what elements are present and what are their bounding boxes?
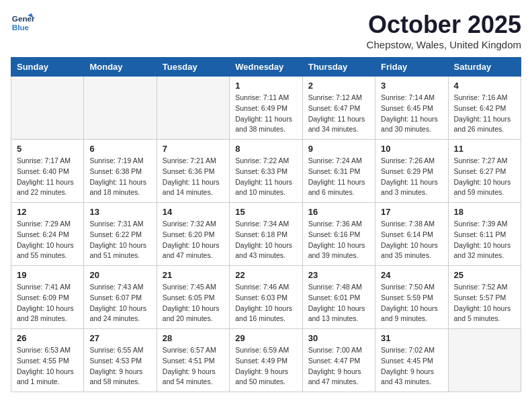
day-number: 21 [163, 270, 224, 280]
day-info: Sunrise: 7:52 AMSunset: 5:57 PMDaylight:… [454, 282, 515, 324]
day-number: 16 [308, 207, 369, 217]
table-row: 20Sunrise: 7:43 AMSunset: 6:07 PMDayligh… [84, 266, 157, 329]
day-number: 30 [308, 333, 369, 343]
day-info: Sunrise: 6:57 AMSunset: 4:51 PMDaylight:… [163, 345, 224, 387]
day-info: Sunrise: 7:43 AMSunset: 6:07 PMDaylight:… [89, 282, 150, 324]
day-number: 26 [17, 333, 78, 343]
day-number: 18 [454, 207, 515, 217]
day-info: Sunrise: 7:39 AMSunset: 6:11 PMDaylight:… [454, 219, 515, 261]
day-info: Sunrise: 7:24 AMSunset: 6:31 PMDaylight:… [308, 156, 369, 198]
day-info: Sunrise: 7:11 AMSunset: 6:49 PMDaylight:… [235, 93, 296, 135]
day-number: 22 [235, 270, 296, 280]
day-number: 28 [163, 333, 224, 343]
day-info: Sunrise: 7:17 AMSunset: 6:40 PMDaylight:… [17, 156, 78, 198]
table-row: 17Sunrise: 7:38 AMSunset: 6:14 PMDayligh… [375, 203, 448, 266]
day-info: Sunrise: 7:34 AMSunset: 6:18 PMDaylight:… [235, 219, 296, 261]
day-info: Sunrise: 7:16 AMSunset: 6:42 PMDaylight:… [454, 93, 515, 135]
logo: General Blue [11, 11, 35, 35]
header-thursday: Thursday [302, 58, 375, 77]
svg-text:Blue: Blue [12, 23, 30, 32]
table-row: 19Sunrise: 7:41 AMSunset: 6:09 PMDayligh… [11, 266, 84, 329]
calendar-table: Sunday Monday Tuesday Wednesday Thursday… [11, 57, 521, 392]
month-title: October 2025 [367, 11, 521, 39]
page-header: General Blue October 2025 Chepstow, Wale… [11, 11, 521, 50]
table-row: 12Sunrise: 7:29 AMSunset: 6:24 PMDayligh… [11, 203, 84, 266]
table-row [157, 77, 229, 140]
header-wednesday: Wednesday [230, 58, 302, 77]
day-info: Sunrise: 7:14 AMSunset: 6:45 PMDaylight:… [381, 93, 442, 135]
table-row: 23Sunrise: 7:48 AMSunset: 6:01 PMDayligh… [302, 266, 375, 329]
day-info: Sunrise: 7:27 AMSunset: 6:27 PMDaylight:… [454, 156, 515, 198]
day-number: 7 [163, 144, 224, 154]
day-info: Sunrise: 7:36 AMSunset: 6:16 PMDaylight:… [308, 219, 369, 261]
table-row: 24Sunrise: 7:50 AMSunset: 5:59 PMDayligh… [375, 266, 448, 329]
table-row: 14Sunrise: 7:32 AMSunset: 6:20 PMDayligh… [157, 203, 229, 266]
day-number: 3 [381, 81, 442, 91]
table-row [11, 77, 84, 140]
table-row: 13Sunrise: 7:31 AMSunset: 6:22 PMDayligh… [84, 203, 157, 266]
day-info: Sunrise: 6:59 AMSunset: 4:49 PMDaylight:… [235, 345, 296, 387]
table-row: 1Sunrise: 7:11 AMSunset: 6:49 PMDaylight… [230, 77, 302, 140]
location-subtitle: Chepstow, Wales, United Kingdom [367, 39, 521, 50]
day-number: 10 [381, 144, 442, 154]
day-info: Sunrise: 7:38 AMSunset: 6:14 PMDaylight:… [381, 219, 442, 261]
table-row: 26Sunrise: 6:53 AMSunset: 4:55 PMDayligh… [11, 329, 84, 392]
day-number: 27 [89, 333, 150, 343]
day-number: 15 [235, 207, 296, 217]
calendar-week-row: 12Sunrise: 7:29 AMSunset: 6:24 PMDayligh… [11, 203, 521, 266]
day-info: Sunrise: 6:53 AMSunset: 4:55 PMDaylight:… [17, 345, 78, 387]
day-number: 6 [89, 144, 150, 154]
day-info: Sunrise: 7:21 AMSunset: 6:36 PMDaylight:… [163, 156, 224, 198]
table-row: 28Sunrise: 6:57 AMSunset: 4:51 PMDayligh… [157, 329, 229, 392]
table-row: 25Sunrise: 7:52 AMSunset: 5:57 PMDayligh… [448, 266, 521, 329]
day-number: 24 [381, 270, 442, 280]
day-number: 4 [454, 81, 515, 91]
table-row: 8Sunrise: 7:22 AMSunset: 6:33 PMDaylight… [230, 140, 302, 203]
table-row: 10Sunrise: 7:26 AMSunset: 6:29 PMDayligh… [375, 140, 448, 203]
day-number: 29 [235, 333, 296, 343]
table-row: 7Sunrise: 7:21 AMSunset: 6:36 PMDaylight… [157, 140, 229, 203]
table-row: 5Sunrise: 7:17 AMSunset: 6:40 PMDaylight… [11, 140, 84, 203]
table-row: 31Sunrise: 7:02 AMSunset: 4:45 PMDayligh… [375, 329, 448, 392]
table-row: 11Sunrise: 7:27 AMSunset: 6:27 PMDayligh… [448, 140, 521, 203]
logo-icon: General Blue [11, 11, 35, 35]
day-info: Sunrise: 7:48 AMSunset: 6:01 PMDaylight:… [308, 282, 369, 324]
calendar-week-row: 26Sunrise: 6:53 AMSunset: 4:55 PMDayligh… [11, 329, 521, 392]
table-row: 16Sunrise: 7:36 AMSunset: 6:16 PMDayligh… [302, 203, 375, 266]
table-row: 2Sunrise: 7:12 AMSunset: 6:47 PMDaylight… [302, 77, 375, 140]
day-number: 23 [308, 270, 369, 280]
day-info: Sunrise: 7:00 AMSunset: 4:47 PMDaylight:… [308, 345, 369, 387]
day-number: 11 [454, 144, 515, 154]
calendar-body: 1Sunrise: 7:11 AMSunset: 6:49 PMDaylight… [11, 77, 521, 392]
day-number: 25 [454, 270, 515, 280]
weekday-header-row: Sunday Monday Tuesday Wednesday Thursday… [11, 58, 521, 77]
day-number: 13 [89, 207, 150, 217]
day-info: Sunrise: 7:46 AMSunset: 6:03 PMDaylight:… [235, 282, 296, 324]
day-number: 19 [17, 270, 78, 280]
header-saturday: Saturday [448, 58, 521, 77]
table-row: 6Sunrise: 7:19 AMSunset: 6:38 PMDaylight… [84, 140, 157, 203]
day-info: Sunrise: 7:41 AMSunset: 6:09 PMDaylight:… [17, 282, 78, 324]
day-number: 12 [17, 207, 78, 217]
table-row: 29Sunrise: 6:59 AMSunset: 4:49 PMDayligh… [230, 329, 302, 392]
day-number: 17 [381, 207, 442, 217]
day-number: 8 [235, 144, 296, 154]
day-info: Sunrise: 7:02 AMSunset: 4:45 PMDaylight:… [381, 345, 442, 387]
calendar-week-row: 1Sunrise: 7:11 AMSunset: 6:49 PMDaylight… [11, 77, 521, 140]
table-row: 3Sunrise: 7:14 AMSunset: 6:45 PMDaylight… [375, 77, 448, 140]
table-row: 18Sunrise: 7:39 AMSunset: 6:11 PMDayligh… [448, 203, 521, 266]
day-info: Sunrise: 7:32 AMSunset: 6:20 PMDaylight:… [163, 219, 224, 261]
day-info: Sunrise: 7:31 AMSunset: 6:22 PMDaylight:… [89, 219, 150, 261]
day-number: 14 [163, 207, 224, 217]
table-row [448, 329, 521, 392]
table-row: 30Sunrise: 7:00 AMSunset: 4:47 PMDayligh… [302, 329, 375, 392]
table-row: 4Sunrise: 7:16 AMSunset: 6:42 PMDaylight… [448, 77, 521, 140]
day-info: Sunrise: 7:29 AMSunset: 6:24 PMDaylight:… [17, 219, 78, 261]
table-row: 15Sunrise: 7:34 AMSunset: 6:18 PMDayligh… [230, 203, 302, 266]
day-number: 5 [17, 144, 78, 154]
day-info: Sunrise: 7:50 AMSunset: 5:59 PMDaylight:… [381, 282, 442, 324]
day-number: 9 [308, 144, 369, 154]
calendar-week-row: 5Sunrise: 7:17 AMSunset: 6:40 PMDaylight… [11, 140, 521, 203]
header-friday: Friday [375, 58, 448, 77]
table-row: 22Sunrise: 7:46 AMSunset: 6:03 PMDayligh… [230, 266, 302, 329]
